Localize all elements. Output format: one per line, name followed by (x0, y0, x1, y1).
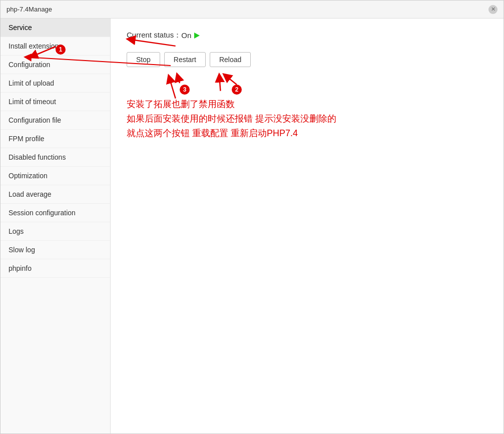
sidebar-item-service[interactable]: Service (1, 19, 110, 37)
main-panel: Current status： On Stop Restart Reload 安… (111, 19, 503, 433)
window-title: php-7.4Manage (7, 6, 52, 13)
status-label: Current status： (127, 31, 181, 40)
svg-line-2 (170, 79, 176, 99)
sidebar-item-fpm-profile[interactable]: FPM profile (1, 130, 110, 148)
sidebar-item-optimization[interactable]: Optimization (1, 167, 110, 185)
status-indicator (194, 33, 200, 39)
svg-line-1 (219, 78, 220, 91)
status-value: On (181, 31, 191, 40)
restart-button[interactable]: Restart (164, 52, 206, 67)
annotation-line3: 就点这两个按钮 重载配置 重新启动PHP7.4 (127, 126, 487, 141)
sidebar-item-configuration[interactable]: Configuration (1, 56, 110, 74)
sidebar-item-disabled-functions[interactable]: Disabled functions (1, 148, 110, 167)
status-bar: Current status： On (127, 31, 487, 40)
sidebar-item-configuration-file[interactable]: Configuration file (1, 111, 110, 130)
arrows-overlay (111, 19, 503, 433)
titlebar: php-7.4Manage ✕ (1, 1, 503, 19)
content-area: ServiceInstall extensionsConfigurationLi… (1, 19, 503, 433)
sidebar-item-load-average[interactable]: Load average (1, 185, 110, 204)
annotation-line1: 安装了拓展也删了禁用函数 (127, 97, 487, 112)
svg-line-0 (131, 40, 176, 46)
stop-button[interactable]: Stop (127, 52, 160, 67)
annotation-text: 安装了拓展也删了禁用函数 如果后面安装使用的时候还报错 提示没安装没删除的 就点… (127, 97, 487, 140)
annotation-line2: 如果后面安装使用的时候还报错 提示没安装没删除的 (127, 112, 487, 126)
sidebar-item-logs[interactable]: Logs (1, 222, 110, 241)
sidebar-item-install-extensions[interactable]: Install extensions (1, 37, 110, 56)
close-button[interactable]: ✕ (488, 5, 497, 14)
sidebar: ServiceInstall extensionsConfigurationLi… (1, 19, 111, 433)
sidebar-item-phpinfo[interactable]: phpinfo (1, 259, 110, 278)
sidebar-item-session-configuration[interactable]: Session configuration (1, 204, 110, 222)
sidebar-item-limit-of-upload[interactable]: Limit of upload (1, 74, 110, 93)
window: php-7.4Manage ✕ ServiceInstall extension… (0, 0, 504, 434)
reload-button[interactable]: Reload (210, 52, 251, 67)
button-row: Stop Restart Reload (127, 52, 487, 67)
sidebar-item-limit-of-timeout[interactable]: Limit of timeout (1, 93, 110, 111)
sidebar-item-slow-log[interactable]: Slow log (1, 241, 110, 259)
